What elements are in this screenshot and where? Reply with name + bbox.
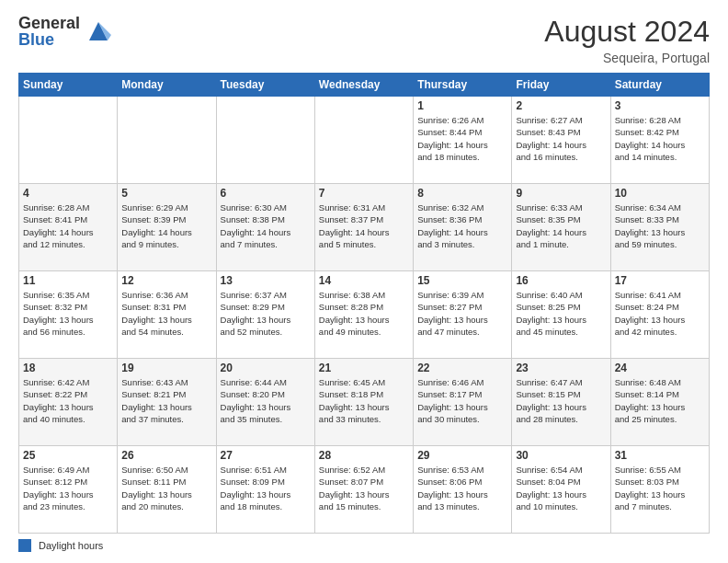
day-number: 8 [417,187,507,200]
day-number: 7 [319,187,409,200]
legend-color-box [18,539,31,552]
table-row: 12Sunrise: 6:36 AM Sunset: 8:31 PM Dayli… [118,271,216,359]
day-info: Sunrise: 6:43 AM Sunset: 8:21 PM Dayligh… [121,376,211,425]
table-row: 24Sunrise: 6:48 AM Sunset: 8:14 PM Dayli… [610,359,709,446]
day-number: 4 [23,187,113,200]
table-row: 8Sunrise: 6:32 AM Sunset: 8:36 PM Daylig… [414,184,512,271]
day-number: 26 [121,449,211,462]
day-number: 12 [121,274,211,287]
calendar-week-row: 11Sunrise: 6:35 AM Sunset: 8:32 PM Dayli… [19,271,710,359]
col-sunday: Sunday [19,74,118,97]
day-number: 31 [615,449,705,462]
calendar-week-row: 4Sunrise: 6:28 AM Sunset: 8:41 PM Daylig… [19,184,710,271]
day-info: Sunrise: 6:40 AM Sunset: 8:25 PM Dayligh… [516,289,606,338]
day-info: Sunrise: 6:27 AM Sunset: 8:43 PM Dayligh… [516,114,606,163]
day-info: Sunrise: 6:47 AM Sunset: 8:15 PM Dayligh… [516,376,606,425]
table-row: 13Sunrise: 6:37 AM Sunset: 8:29 PM Dayli… [216,271,314,359]
table-row: 21Sunrise: 6:45 AM Sunset: 8:18 PM Dayli… [314,359,413,446]
table-row: 25Sunrise: 6:49 AM Sunset: 8:12 PM Dayli… [19,446,118,534]
table-row: 9Sunrise: 6:33 AM Sunset: 8:35 PM Daylig… [512,184,610,271]
table-row: 22Sunrise: 6:46 AM Sunset: 8:17 PM Dayli… [414,359,512,446]
day-number: 21 [319,362,409,374]
day-number: 27 [221,449,311,462]
day-info: Sunrise: 6:32 AM Sunset: 8:36 PM Dayligh… [417,201,507,250]
table-row: 16Sunrise: 6:40 AM Sunset: 8:25 PM Dayli… [512,271,610,359]
table-row: 4Sunrise: 6:28 AM Sunset: 8:41 PM Daylig… [19,184,118,271]
day-info: Sunrise: 6:29 AM Sunset: 8:39 PM Dayligh… [121,201,211,250]
day-info: Sunrise: 6:35 AM Sunset: 8:32 PM Dayligh… [23,289,113,338]
table-row: 28Sunrise: 6:52 AM Sunset: 8:07 PM Dayli… [314,446,413,534]
day-number: 17 [615,274,705,287]
table-row [19,97,118,184]
page: General Blue August 2024 Sequeira, Portu… [0,0,728,563]
table-row: 29Sunrise: 6:53 AM Sunset: 8:06 PM Dayli… [414,446,512,534]
table-row: 11Sunrise: 6:35 AM Sunset: 8:32 PM Dayli… [19,271,118,359]
day-number: 19 [121,362,211,374]
table-row: 7Sunrise: 6:31 AM Sunset: 8:37 PM Daylig… [314,184,413,271]
day-info: Sunrise: 6:52 AM Sunset: 8:07 PM Dayligh… [319,464,409,512]
day-info: Sunrise: 6:33 AM Sunset: 8:35 PM Dayligh… [516,201,606,250]
day-info: Sunrise: 6:46 AM Sunset: 8:17 PM Dayligh… [417,376,507,425]
day-info: Sunrise: 6:44 AM Sunset: 8:20 PM Dayligh… [221,376,311,425]
day-info: Sunrise: 6:34 AM Sunset: 8:33 PM Dayligh… [615,201,705,250]
calendar-header-row: Sunday Monday Tuesday Wednesday Thursday… [19,74,710,97]
table-row: 26Sunrise: 6:50 AM Sunset: 8:11 PM Dayli… [118,446,216,534]
logo: General Blue [18,15,111,48]
table-row [118,97,216,184]
day-number: 11 [23,274,113,287]
table-row [216,97,314,184]
day-number: 1 [417,99,507,112]
day-number: 3 [615,99,705,112]
table-row: 23Sunrise: 6:47 AM Sunset: 8:15 PM Dayli… [512,359,610,446]
day-info: Sunrise: 6:41 AM Sunset: 8:24 PM Dayligh… [615,289,705,338]
table-row [314,97,413,184]
day-number: 13 [221,274,311,287]
day-info: Sunrise: 6:38 AM Sunset: 8:28 PM Dayligh… [319,289,409,338]
table-row: 27Sunrise: 6:51 AM Sunset: 8:09 PM Dayli… [216,446,314,534]
table-row: 14Sunrise: 6:38 AM Sunset: 8:28 PM Dayli… [314,271,413,359]
logo-text: General Blue [18,15,80,48]
table-row: 3Sunrise: 6:28 AM Sunset: 8:42 PM Daylig… [610,97,709,184]
calendar-week-row: 18Sunrise: 6:42 AM Sunset: 8:22 PM Dayli… [19,359,710,446]
day-info: Sunrise: 6:31 AM Sunset: 8:37 PM Dayligh… [319,201,409,250]
day-number: 28 [319,449,409,462]
col-saturday: Saturday [610,74,709,97]
table-row: 10Sunrise: 6:34 AM Sunset: 8:33 PM Dayli… [610,184,709,271]
location: Sequeira, Portugal [544,51,710,65]
day-number: 16 [516,274,606,287]
day-number: 20 [221,362,311,374]
day-number: 5 [121,187,211,200]
col-wednesday: Wednesday [314,74,413,97]
day-info: Sunrise: 6:45 AM Sunset: 8:18 PM Dayligh… [319,376,409,425]
day-info: Sunrise: 6:48 AM Sunset: 8:14 PM Dayligh… [615,376,705,425]
header: General Blue August 2024 Sequeira, Portu… [18,15,710,65]
day-number: 29 [417,449,507,462]
day-number: 10 [615,187,705,200]
day-number: 18 [23,362,113,374]
col-tuesday: Tuesday [216,74,314,97]
day-info: Sunrise: 6:30 AM Sunset: 8:38 PM Dayligh… [221,201,311,250]
title-block: August 2024 Sequeira, Portugal [544,15,710,65]
day-info: Sunrise: 6:26 AM Sunset: 8:44 PM Dayligh… [417,114,507,163]
table-row: 5Sunrise: 6:29 AM Sunset: 8:39 PM Daylig… [118,184,216,271]
col-thursday: Thursday [414,74,512,97]
day-info: Sunrise: 6:39 AM Sunset: 8:27 PM Dayligh… [417,289,507,338]
table-row: 1Sunrise: 6:26 AM Sunset: 8:44 PM Daylig… [414,97,512,184]
day-number: 2 [516,99,606,112]
day-number: 15 [417,274,507,287]
day-info: Sunrise: 6:55 AM Sunset: 8:03 PM Dayligh… [615,464,705,512]
logo-icon [85,18,111,44]
logo-blue: Blue [18,31,80,48]
table-row: 2Sunrise: 6:27 AM Sunset: 8:43 PM Daylig… [512,97,610,184]
day-number: 9 [516,187,606,200]
day-info: Sunrise: 6:54 AM Sunset: 8:04 PM Dayligh… [516,464,606,512]
calendar-week-row: 25Sunrise: 6:49 AM Sunset: 8:12 PM Dayli… [19,446,710,534]
table-row: 6Sunrise: 6:30 AM Sunset: 8:38 PM Daylig… [216,184,314,271]
footer: Daylight hours [18,539,710,552]
day-info: Sunrise: 6:49 AM Sunset: 8:12 PM Dayligh… [23,464,113,512]
day-number: 14 [319,274,409,287]
calendar-table: Sunday Monday Tuesday Wednesday Thursday… [18,73,710,534]
table-row: 18Sunrise: 6:42 AM Sunset: 8:22 PM Dayli… [19,359,118,446]
day-info: Sunrise: 6:53 AM Sunset: 8:06 PM Dayligh… [417,464,507,512]
day-info: Sunrise: 6:36 AM Sunset: 8:31 PM Dayligh… [121,289,211,338]
